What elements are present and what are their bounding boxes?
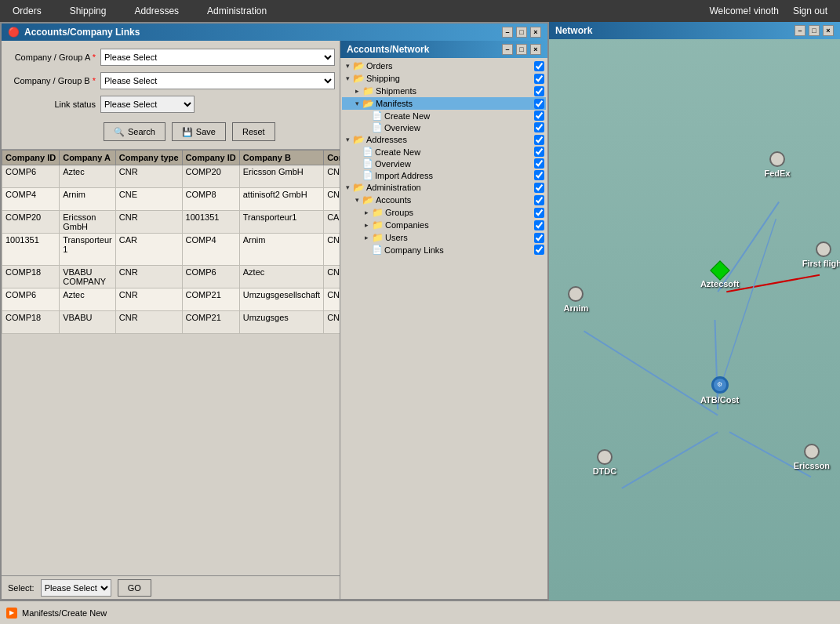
tree-item-administration[interactable]: ▾📂Administration — [342, 181, 546, 194]
node-arnim[interactable]: Arnim — [564, 286, 589, 313]
menu-shipping[interactable]: Shipping — [64, 2, 113, 20]
toggle-icon-groups: ▸ — [362, 209, 370, 216]
folder-icon-accounts: 📂 — [362, 194, 374, 205]
table-cell-1-1: Arnim — [60, 188, 116, 211]
right-close[interactable]: × — [823, 25, 834, 36]
table-cell-4-5: CNR — [324, 266, 340, 288]
table-row[interactable]: COMP18VBABU COMPANYCNRCOMP6AztecCNRFri M… — [2, 266, 340, 288]
table-cell-4-2: CNR — [115, 266, 182, 288]
tree-close[interactable]: × — [530, 44, 541, 55]
tree-checkbox-manifests-create[interactable] — [534, 111, 544, 121]
table-cell-6-2: CNR — [115, 311, 182, 334]
tree-item-users[interactable]: ▸📁Users — [342, 231, 546, 244]
table-cell-0-4: Ericsson GmbH — [239, 165, 323, 188]
tree-checkbox-addresses-overview[interactable] — [534, 158, 544, 169]
tree-checkbox-addresses[interactable] — [534, 135, 544, 145]
table-row[interactable]: COMP20Ericsson GmbHCNR1001351Transporteu… — [2, 211, 340, 234]
tree-item-accounts[interactable]: ▾📂Accounts — [342, 194, 546, 206]
tree-item-orders[interactable]: ▾📂Orders — [342, 60, 546, 72]
node-atb-cost[interactable]: ⚙ ATB/Cost — [700, 376, 739, 405]
table-row[interactable]: COMP4ArnimCNECOMP8attinisoft2 GmbHCNRFri… — [2, 188, 340, 211]
tree-checkbox-groups[interactable] — [534, 208, 544, 218]
company-group-b-select[interactable]: Please Select — [100, 72, 335, 89]
tree-checkbox-companies[interactable] — [534, 220, 544, 230]
minimize-button[interactable]: – — [502, 27, 513, 38]
tree-checkbox-orders[interactable] — [534, 61, 544, 71]
ericsson-label: Ericsson — [794, 461, 830, 470]
left-panel-titlebar: 🔴 Accounts/Company Links – □ × — [2, 24, 547, 41]
signout-link[interactable]: Sign out — [787, 2, 834, 20]
tree-item-import-address[interactable]: 📄Import Address — [342, 169, 546, 181]
tree-checkbox-accounts[interactable] — [534, 195, 544, 205]
go-button[interactable]: GO — [118, 579, 151, 597]
tree-checkbox-shipping[interactable] — [534, 74, 544, 84]
toggle-icon-manifests: ▾ — [353, 100, 361, 107]
node-first-flight[interactable]: First flight — [802, 241, 840, 268]
tree-item-companies[interactable]: ▸📁Companies — [342, 219, 546, 231]
tree-checkbox-import-address[interactable] — [534, 170, 544, 180]
maximize-button[interactable]: □ — [516, 27, 527, 38]
table-cell-0-3: COMP20 — [182, 165, 239, 188]
tree-checkbox-addresses-create[interactable] — [534, 147, 544, 157]
tree-item-addresses[interactable]: ▾📂Addresses — [342, 133, 546, 146]
bottom-bar: Select: Please Select GO — [2, 575, 340, 599]
tree-checkbox-company-links[interactable] — [534, 245, 544, 255]
button-row: 🔍 Search 💾 Save Reset — [9, 122, 335, 141]
tree-title: Accounts/Network — [347, 44, 429, 55]
tree-checkbox-users[interactable] — [534, 233, 544, 243]
node-aztecsoft[interactable]: Aztecsoft — [700, 263, 740, 288]
table-cell-0-5: CNR — [324, 165, 340, 188]
reset-button[interactable]: Reset — [232, 122, 275, 141]
tree-checkbox-manifests-overview[interactable] — [534, 122, 544, 132]
link-status-select[interactable]: Please Select — [100, 96, 195, 113]
table-row[interactable]: COMP18VBABUCNRCOMP21UmzugsgesCNEFri Jan … — [2, 311, 340, 334]
table-cell-1-5: CNR — [324, 188, 340, 211]
tree-label-manifests-overview: Overview — [384, 123, 531, 132]
table-cell-0-1: Aztec — [60, 165, 116, 188]
table-cell-6-4: Umzugsges — [239, 311, 323, 334]
tree-item-groups[interactable]: ▸📁Groups — [342, 206, 546, 219]
tree-item-addresses-create[interactable]: 📄Create New — [342, 146, 546, 158]
tree-item-manifests[interactable]: ▾📂Manifests — [342, 97, 546, 110]
right-minimize[interactable]: – — [795, 25, 805, 36]
menu-addresses[interactable]: Addresses — [128, 2, 185, 20]
tree-item-shipping[interactable]: ▾📂Shipping — [342, 72, 546, 85]
tree-checkbox-administration[interactable] — [534, 183, 544, 193]
tree-minimize[interactable]: – — [502, 44, 513, 55]
table-row[interactable]: COMP6AztecCNRCOMP20Ericsson GmbHCNRFri M… — [2, 165, 340, 188]
status-text: Manifests/Create New — [22, 608, 107, 618]
table-row[interactable]: 1001351Transporteur 1CARCOMP4ArnimCNEWed… — [2, 234, 340, 266]
table-cell-3-3: COMP4 — [182, 234, 239, 266]
right-maximize[interactable]: □ — [809, 25, 820, 36]
node-fedex[interactable]: FedEx — [765, 151, 791, 178]
table-cell-4-3: COMP6 — [182, 266, 239, 288]
bottom-select[interactable]: Please Select — [41, 579, 111, 597]
tree-item-addresses-overview[interactable]: 📄Overview — [342, 158, 546, 169]
tree-checkbox-manifests[interactable] — [534, 99, 544, 109]
company-links-table: Company ID Company A Company type Compan… — [2, 150, 340, 334]
close-button[interactable]: × — [530, 27, 541, 38]
company-group-a-select[interactable]: Please Select — [100, 49, 335, 66]
atb-cost-label: ATB/Cost — [700, 395, 739, 405]
save-button[interactable]: 💾 Save — [172, 122, 226, 141]
fedex-label: FedEx — [765, 169, 791, 178]
menu-orders[interactable]: Orders — [6, 2, 48, 20]
node-ericsson[interactable]: Ericsson — [794, 444, 830, 470]
tree-maximize[interactable]: □ — [516, 44, 527, 55]
tree-item-shipments[interactable]: ▸📁Shipments — [342, 85, 546, 97]
table-cell-1-4: attinisoft2 GmbH — [239, 188, 323, 211]
file-icon-addresses-create: 📄 — [362, 147, 373, 157]
node-dtdc[interactable]: DTDC — [593, 449, 617, 476]
company-group-a-label: Company / Group A * — [9, 53, 96, 62]
tree-item-company-links[interactable]: 📄Company Links — [342, 244, 546, 256]
tree-item-manifests-overview[interactable]: 📄Overview — [342, 122, 546, 133]
tree-checkbox-shipments[interactable] — [534, 86, 544, 96]
table-row[interactable]: COMP6AztecCNRCOMP21UmzugsgesellschaftCNE… — [2, 288, 340, 311]
table-cell-2-0: COMP20 — [2, 211, 60, 234]
folder-icon-shipping: 📂 — [353, 73, 365, 84]
company-group-a-row: Company / Group A * Please Select — [9, 49, 335, 66]
table-cell-2-3: 1001351 — [182, 211, 239, 234]
menu-administration[interactable]: Administration — [201, 2, 273, 20]
tree-item-manifests-create[interactable]: 📄Create New — [342, 110, 546, 122]
search-button[interactable]: 🔍 Search — [104, 122, 165, 141]
